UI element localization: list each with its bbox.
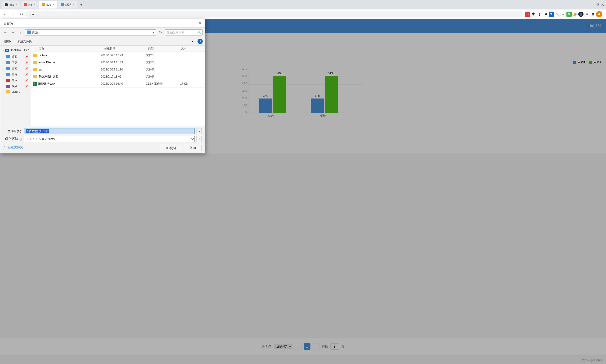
music-folder-icon <box>6 79 10 82</box>
new-tab-button[interactable]: + <box>78 1 84 8</box>
file-type-sql: 文件夹 <box>146 67 180 71</box>
location-arrow: › <box>39 31 40 34</box>
file-row-dbdesign[interactable]: 数据库设计文档 2023/7/17 18:02 文件夹 <box>31 73 205 80</box>
restore-button[interactable]: ⧉ <box>596 3 599 7</box>
file-label-xlsx: 消费数据.xlsx <box>38 82 55 86</box>
location-dropdown-btn[interactable]: ▾ <box>153 31 154 34</box>
dialog-location-bar[interactable]: 桌面 › ▾ <box>25 29 156 36</box>
help-button[interactable]: ? <box>197 39 203 44</box>
layout-icon[interactable]: ⊟ <box>590 12 595 17</box>
file-label-picture: picture <box>39 54 47 57</box>
sidebar-label-doc: 文档 <box>12 66 17 70</box>
sidebar-item-picture-folder[interactable]: picture <box>1 89 30 94</box>
sidebar-item-music[interactable]: 音乐 📌 <box>1 77 30 83</box>
new-folder-button[interactable]: 新建文件夹 <box>15 38 34 44</box>
file-row-sql[interactable]: sql 2023/10/24 11:30 文件夹 <box>31 66 205 73</box>
save-button[interactable]: 保存(S) <box>160 145 182 151</box>
onedrive-label: OneDrive - Per <box>10 49 29 52</box>
tab-na[interactable]: Na ✕ <box>21 1 38 9</box>
sidebar-item-doc[interactable]: 文档 📌 <box>1 65 30 71</box>
ext3-icon[interactable]: V <box>566 12 572 17</box>
tab-na-close[interactable]: ✕ <box>33 3 36 6</box>
sogou-icon[interactable]: S <box>525 12 530 17</box>
dialog-bottom-row: ⌃ 隐藏文件夹 保存(S) 取消 <box>3 143 202 151</box>
filetype-select[interactable]: XLSX 工作表 (*.xlsx) <box>24 136 195 142</box>
dialog-location-text: 桌面 <box>32 30 38 35</box>
file-row-picture[interactable]: picture 2023/10/20 17:23 文件夹 <box>31 52 205 59</box>
file-row-schoolsecond[interactable]: schoolSecond 2023/10/24 11:33 文件夹 <box>31 59 205 66</box>
pin-icon-video: 📌 <box>25 85 28 88</box>
cancel-button[interactable]: 取消 <box>184 145 202 151</box>
sidebar-label-download: 下载 <box>12 61 17 65</box>
view-menu-button[interactable]: ≡ <box>190 38 196 44</box>
filetype-label: 保存类型(T): <box>3 137 22 141</box>
col-header-date[interactable]: 修改日期 <box>104 47 148 51</box>
translate-icon[interactable]: 中 <box>531 12 536 17</box>
file-row-xlsx[interactable]: X 消费数据.xlsx 2023/10/24 16:40 XLSX 工作表 17… <box>31 80 205 88</box>
file-name-picture: picture <box>33 54 101 57</box>
video-folder-icon <box>6 85 10 88</box>
reload-button[interactable]: ↻ <box>18 11 25 17</box>
tab-cou-close[interactable]: ✕ <box>52 3 55 6</box>
sidebar-item-desktop[interactable]: 桌面 📌 <box>1 54 30 60</box>
mic-icon[interactable]: 🎙 <box>537 12 542 17</box>
file-name-sql: sql <box>33 68 101 71</box>
tab-github-close[interactable]: ✕ <box>15 3 17 6</box>
hide-folder-toggle[interactable]: ⌃ 隐藏文件夹 <box>3 145 23 150</box>
location-folder-icon <box>27 30 31 34</box>
filetype-dropdown-btn[interactable]: ▾ <box>196 136 202 142</box>
dialog-search-bar[interactable]: 在桌面 中搜索 🔍 <box>165 29 203 36</box>
doc-folder-icon <box>6 67 10 70</box>
tab-cou-label: cou <box>46 3 51 6</box>
filename-dropdown-btn[interactable]: ▾ <box>196 128 202 134</box>
tab-zu[interactable]: 组距 ✕ <box>58 1 77 9</box>
sidebar-label-picture: 图片 <box>12 72 17 76</box>
sidebar-item-download[interactable]: 下载 📌 <box>1 60 30 65</box>
ext1-icon[interactable]: T <box>549 12 554 17</box>
dialog-overlay: 另存为 ✕ ← → ↑ 桌面 › ▾ ↻ 在桌面 中搜索 🔍 组织▾ <box>0 19 606 364</box>
address-bar[interactable]: cou... <box>26 11 523 17</box>
col-header-name[interactable]: 名称 <box>33 47 104 51</box>
dialog-buttons: 保存(S) 取消 <box>160 145 202 151</box>
tab-github-label: gitc <box>10 3 14 6</box>
file-date-schoolsecond: 2023/10/24 11:33 <box>101 61 146 64</box>
star-icon[interactable]: ☆ <box>561 12 566 17</box>
organize-button[interactable]: 组织▾ <box>2 38 14 44</box>
sidebar-item-picture[interactable]: 图片 📌 <box>1 71 30 77</box>
close-button[interactable]: ✕ <box>601 3 604 7</box>
tab-cou[interactable]: cou ✕ <box>39 1 57 9</box>
picture-folder-icon <box>6 73 10 76</box>
tab-na-label: Na <box>28 3 32 6</box>
dialog-nav: ← → ↑ 桌面 › ▾ ↻ 在桌面 中搜索 🔍 <box>0 28 205 37</box>
dialog-body: ▷ ☁ OneDrive - Per 桌面 📌 下载 📌 <box>0 46 205 126</box>
ext5-icon[interactable]: 👤 <box>578 12 583 17</box>
na-favicon <box>24 3 27 6</box>
search-placeholder-text: 在桌面 中搜索 <box>166 30 184 35</box>
dialog-up-button[interactable]: ↑ <box>17 29 24 36</box>
tab-github[interactable]: gitc ✕ <box>2 1 20 9</box>
minimize-button[interactable]: — <box>590 2 595 7</box>
dialog-filelist: 名称 修改日期 类型 大小 picture 2023/10/20 17:23 文… <box>31 46 205 126</box>
back-button[interactable]: ← <box>2 11 9 17</box>
onedrive-header[interactable]: ▷ ☁ OneDrive - Per <box>0 48 31 53</box>
dialog-forward-button[interactable]: → <box>10 29 16 36</box>
save-dialog: 另存为 ✕ ← → ↑ 桌面 › ▾ ↻ 在桌面 中搜索 🔍 组织▾ <box>0 19 205 154</box>
profile-icon[interactable]: A <box>596 11 602 17</box>
screen-icon[interactable]: 🖥 <box>543 12 548 17</box>
dialog-close-button[interactable]: ✕ <box>197 21 203 26</box>
ext2-icon[interactable]: 🔧 <box>555 12 560 17</box>
dialog-refresh-button[interactable]: ↻ <box>157 29 164 36</box>
file-name-schoolsecond: schoolSecond <box>33 61 101 64</box>
download-icon[interactable]: ⬇ <box>584 12 589 17</box>
sidebar-item-video[interactable]: 视频 📌 <box>1 83 30 89</box>
filename-input[interactable] <box>24 128 195 134</box>
folder-icon-dbdesign <box>33 75 37 78</box>
col-header-type[interactable]: 类型 <box>148 47 181 51</box>
dialog-back-button[interactable]: ← <box>2 29 9 36</box>
ext4-icon[interactable]: 🌈 <box>572 12 578 17</box>
col-header-size[interactable]: 大小 <box>181 47 203 51</box>
forward-button[interactable]: → <box>10 11 17 17</box>
dialog-title: 另存为 <box>3 21 13 26</box>
pin-icon-download: 📌 <box>25 61 28 64</box>
tab-zu-close[interactable]: ✕ <box>72 3 75 6</box>
